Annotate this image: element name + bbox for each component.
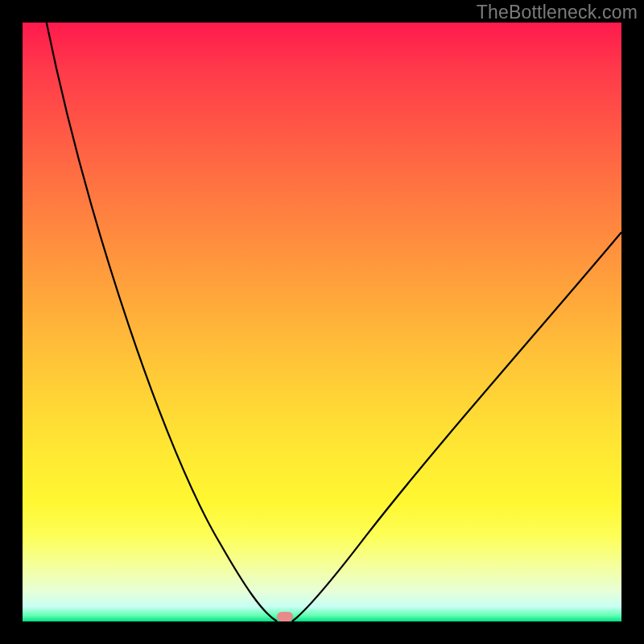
- curve-right-branch: [292, 232, 621, 621]
- chart-frame: TheBottleneck.com: [0, 0, 644, 644]
- watermark-text: TheBottleneck.com: [477, 2, 638, 23]
- curve-left-branch: [47, 23, 277, 621]
- plot-area: [23, 23, 621, 621]
- bottleneck-curve: [23, 23, 621, 621]
- min-point-marker: [277, 612, 293, 621]
